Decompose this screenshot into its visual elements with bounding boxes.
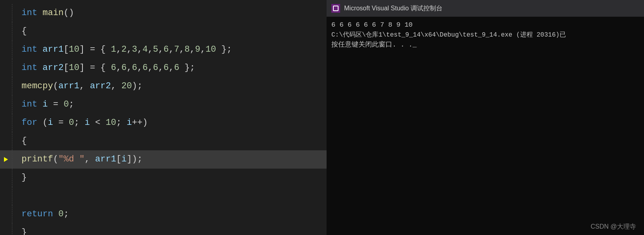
gutter-line9	[12, 150, 18, 169]
code-line-line1: int main()	[0, 4, 327, 22]
gutter-line3	[12, 41, 18, 59]
code-line-line7: for (i = 0; i < 10; i++)	[0, 114, 327, 132]
code-text-line3: int arr1[10] = { 1,2,3,4,5,6,7,8,9,10 };	[18, 41, 232, 59]
vs-icon	[331, 4, 340, 13]
code-line-line3: int arr1[10] = { 1,2,3,4,5,6,7,8,9,10 };	[0, 41, 327, 59]
console-titlebar: Microsoft Visual Studio 调试控制台	[327, 0, 644, 17]
code-line-line2: {	[0, 22, 327, 41]
code-line-line13: }	[0, 223, 327, 235]
code-text-line9: printf("%d ", arr1[i]);	[18, 150, 143, 169]
code-text-line7: for (i = 0; i < 10; i++)	[18, 114, 148, 132]
arrow-icon	[4, 157, 8, 162]
console-panel: Microsoft Visual Studio 调试控制台 6 6 6 6 6 …	[327, 0, 644, 235]
console-title: Microsoft Visual Studio 调试控制台	[344, 4, 442, 13]
console-body: 6 6 6 6 6 6 7 8 9 10 C:\代码区\仓库1\test_9_1…	[327, 17, 644, 235]
console-output-numbers: 6 6 6 6 6 6 7 8 9 10	[331, 20, 639, 30]
code-line-line10: }	[0, 169, 327, 187]
gutter-line8	[12, 132, 18, 150]
vs-icon-inner	[333, 6, 339, 11]
code-line-line4: int arr2[10] = { 6,6,6,6,6,6,6 };	[0, 59, 327, 77]
code-line-line11	[0, 187, 327, 205]
code-editor: int main(){ int arr1[10] = { 1,2,3,4,5,6…	[0, 0, 327, 235]
console-output-path: C:\代码区\仓库1\test_9_14\x64\Debug\test_9_14…	[331, 30, 639, 40]
gutter-line5	[12, 77, 18, 95]
code-line-line8: {	[0, 132, 327, 150]
code-content: int main(){ int arr1[10] = { 1,2,3,4,5,6…	[0, 0, 327, 235]
code-text-line6: int i = 0;	[18, 95, 74, 114]
code-text-line8: {	[18, 132, 27, 150]
gutter-line13	[12, 223, 18, 235]
gutter-line2	[12, 22, 18, 41]
code-text-line1: int main()	[18, 4, 74, 22]
csdn-watermark: CSDN @大理寺	[591, 223, 636, 231]
console-output-close: 按任意键关闭此窗口. . ._	[331, 40, 639, 50]
gutter-line7	[12, 114, 18, 132]
gutter-line10	[12, 169, 18, 187]
code-text-line2: {	[18, 22, 27, 41]
code-text-line13: }	[18, 223, 27, 235]
gutter-line1	[12, 4, 18, 22]
gutter-line11	[12, 187, 18, 205]
code-text-line10: }	[18, 169, 27, 187]
gutter-line4	[12, 59, 18, 77]
gutter-line6	[12, 95, 18, 114]
code-line-line9: printf("%d ", arr1[i]);	[0, 150, 327, 169]
code-line-line5: memcpy(arr1, arr2, 20);	[0, 77, 327, 95]
code-line-line12: return 0;	[0, 205, 327, 223]
code-text-line5: memcpy(arr1, arr2, 20);	[18, 77, 143, 95]
gutter-line12	[12, 205, 18, 223]
code-text-line12: return 0;	[18, 205, 69, 223]
code-line-line6: int i = 0;	[0, 95, 327, 114]
code-text-line4: int arr2[10] = { 6,6,6,6,6,6,6 };	[18, 59, 195, 77]
line-indicator-line9	[0, 157, 12, 162]
